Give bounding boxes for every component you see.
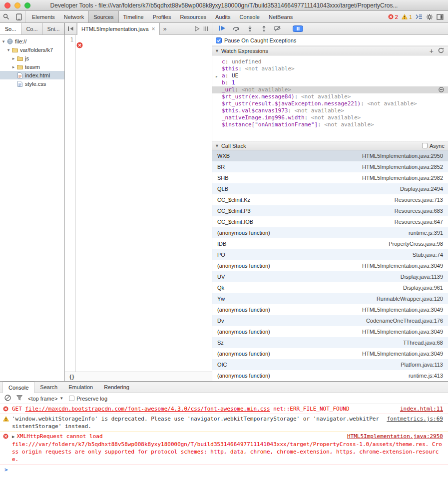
call-stack-frame[interactable]: (anonymous function)runtime.js:413	[212, 370, 448, 381]
close-window-button[interactable]	[4, 2, 10, 8]
tab-console[interactable]: Console	[235, 11, 264, 22]
disclosure-closed-icon[interactable]: ▸	[11, 64, 16, 69]
code-editor[interactable]: 1	[65, 35, 212, 372]
frame-location[interactable]: HTML5Implementation.java:2982	[362, 175, 443, 181]
watch-expression[interactable]: _nativeImage.img996.width: <not availabl…	[212, 114, 448, 121]
call-stack-frame[interactable]: (anonymous function)runtime.js:391	[212, 227, 448, 238]
call-stack-frame[interactable]: CC_$clinit.KzResources.java:713	[212, 194, 448, 205]
message-source-link[interactable]: HTML5Implementation.java:2950	[347, 433, 443, 440]
call-stack-frame[interactable]: UVDisplay.java:1139	[212, 271, 448, 282]
frame-location[interactable]: Resources.java:683	[395, 208, 443, 214]
filter-button[interactable]	[16, 395, 22, 402]
pause-on-exceptions-button[interactable]	[293, 25, 303, 32]
disclosure-open-icon[interactable]: ▾	[1, 39, 6, 44]
drawer-tab-search[interactable]: Search	[34, 382, 63, 393]
zoom-window-button[interactable]	[24, 2, 30, 8]
frame-location[interactable]: runtime.js:413	[409, 373, 443, 379]
tree-item-style-css[interactable]: style.css	[0, 79, 64, 88]
sidebar-tab-so[interactable]: So...	[0, 23, 21, 34]
step-over-button[interactable]	[232, 25, 240, 32]
add-watch-button[interactable]: +	[430, 48, 434, 53]
frame-selector[interactable]: <top frame> ▼	[28, 396, 63, 402]
tab-audits[interactable]: Audits	[211, 11, 235, 22]
call-stack-frame[interactable]: IDBPropertyCross.java:98	[212, 238, 448, 249]
watch-expression[interactable]: _url: <not available>	[212, 86, 448, 93]
console-message[interactable]: HTML5Implementation.java:2950▶XMLHttpReq…	[0, 432, 448, 465]
watch-expression[interactable]: $this.val$canvas1973: <not available>	[212, 107, 448, 114]
tree-item-file[interactable]: ▾file://	[0, 37, 64, 45]
frame-location[interactable]: Resources.java:713	[395, 197, 443, 203]
async-toggle[interactable]: Async	[422, 143, 446, 149]
deactivate-breakpoints-button[interactable]	[274, 25, 281, 32]
call-stack-frame[interactable]: (anonymous function)HTML5Implementation.…	[212, 348, 448, 359]
error-badge[interactable]: 2	[388, 14, 398, 20]
watch-expression[interactable]: $rt_ustr(ex.message84): <not available>	[212, 93, 448, 100]
preserve-log-toggle[interactable]: Preserve log	[69, 396, 107, 402]
call-stack-frame[interactable]: WXBHTML5Implementation.java:2950	[212, 150, 448, 161]
warning-badge[interactable]: 1	[402, 14, 412, 20]
disclosure-open-icon[interactable]: ▾	[6, 47, 11, 52]
sidebar-tab-sni[interactable]: Sni...	[43, 23, 64, 34]
refresh-watch-button[interactable]	[438, 47, 444, 54]
call-stack-frame[interactable]: SHBHTML5Implementation.java:2982	[212, 172, 448, 183]
watch-expressions-header[interactable]: ▼ Watch Expressions +	[212, 46, 448, 55]
minimize-window-button[interactable]	[14, 2, 20, 8]
frame-location[interactable]: HTML5Implementation.java:3049	[362, 329, 443, 335]
console-prompt[interactable]: >	[0, 465, 448, 475]
frame-location[interactable]: Display.java:2494	[400, 186, 443, 192]
watch-expression[interactable]: $this: <not available>	[212, 65, 448, 72]
frame-location[interactable]: Resources.java:647	[395, 219, 443, 225]
tab-overflow-chevron[interactable]: »	[160, 23, 170, 34]
frame-location[interactable]: Platform.java:113	[401, 362, 443, 368]
tab-netbeans[interactable]: NetBeans	[264, 11, 297, 22]
message-source-link[interactable]: index.html:11	[400, 405, 443, 413]
call-stack-header[interactable]: ▼ Call Stack Async	[212, 141, 448, 150]
step-out-button[interactable]	[260, 25, 268, 32]
frame-location[interactable]: HTML5Implementation.java:3049	[362, 351, 443, 357]
frame-location[interactable]: Display.java:1139	[401, 274, 443, 280]
call-stack-frame[interactable]: CC_$clinit.IOBResources.java:647	[212, 216, 448, 227]
call-stack-frame[interactable]: (anonymous function)HTML5Implementation.…	[212, 326, 448, 337]
close-tab-icon[interactable]: ×	[152, 25, 155, 32]
frame-location[interactable]: RunnableWrapper.java:120	[377, 296, 443, 302]
frame-location[interactable]: Display.java:961	[403, 285, 443, 291]
settings-button[interactable]	[426, 13, 433, 20]
frame-location[interactable]: HTML5Implementation.java:3049	[362, 263, 443, 269]
frame-location[interactable]: HTML5Implementation.java:3049	[362, 307, 443, 313]
dock-side-button[interactable]	[437, 14, 444, 20]
message-source-link[interactable]: fontmetrics.js:69	[387, 415, 443, 423]
console-message[interactable]: fontmetrics.js:69'window.webkitStorageIn…	[0, 414, 448, 432]
tree-item-index-html[interactable]: index.html	[0, 71, 64, 79]
call-stack-frame[interactable]: QkDisplay.java:961	[212, 282, 448, 293]
drawer-tab-emulation[interactable]: Emulation	[63, 382, 98, 393]
disclosure-closed-icon[interactable]: ▸	[215, 73, 218, 80]
line-number-gutter[interactable]: 1	[65, 35, 76, 372]
watch-expression[interactable]: $rt_ustr(result.$javaException.message22…	[212, 100, 448, 107]
call-stack-frame[interactable]: YwRunnableWrapper.java:120	[212, 293, 448, 304]
pretty-print-button[interactable]: {}	[69, 374, 75, 380]
editor-tab-html5implementation[interactable]: HTML5Implementation.java ×	[77, 23, 160, 35]
call-stack-frame[interactable]: CC_$clinit.P3Resources.java:683	[212, 205, 448, 216]
drawer-tab-console[interactable]: Console	[2, 382, 34, 393]
call-stack-frame[interactable]: QLBDisplay.java:2494	[212, 183, 448, 194]
hide-navigator-button[interactable]	[65, 23, 77, 34]
drawer-tab-rendering[interactable]: Rendering	[98, 382, 135, 393]
watch-expression[interactable]: c: undefined	[212, 58, 448, 65]
tab-elements[interactable]: Elements	[27, 11, 59, 22]
call-stack-frame[interactable]: POStub.java:74	[212, 249, 448, 260]
step-into-button[interactable]	[246, 25, 254, 32]
watch-expression[interactable]: b: 1	[212, 79, 448, 86]
sidebar-tab-co[interactable]: Co...	[21, 23, 43, 34]
call-stack-frame[interactable]: SzTThread.java:68	[212, 337, 448, 348]
frame-location[interactable]: runtime.js:391	[409, 230, 443, 236]
tab-resources[interactable]: Resources	[175, 11, 211, 22]
play-outline-icon[interactable]	[194, 26, 200, 31]
tree-item-var-folders-k7[interactable]: ▾var/folders/k7	[0, 45, 64, 54]
frame-location[interactable]: TThread.java:68	[403, 340, 443, 346]
toggle-drawer-button[interactable]	[416, 14, 423, 19]
console-message[interactable]: index.html:11GET file://maxcdn.bootstrap…	[0, 404, 448, 414]
tab-profiles[interactable]: Profiles	[148, 11, 176, 22]
device-mode-button[interactable]	[12, 11, 25, 22]
call-stack-frame[interactable]: OICPlatform.java:113	[212, 359, 448, 370]
pause-on-caught-row[interactable]: Pause On Caught Exceptions	[212, 35, 448, 46]
